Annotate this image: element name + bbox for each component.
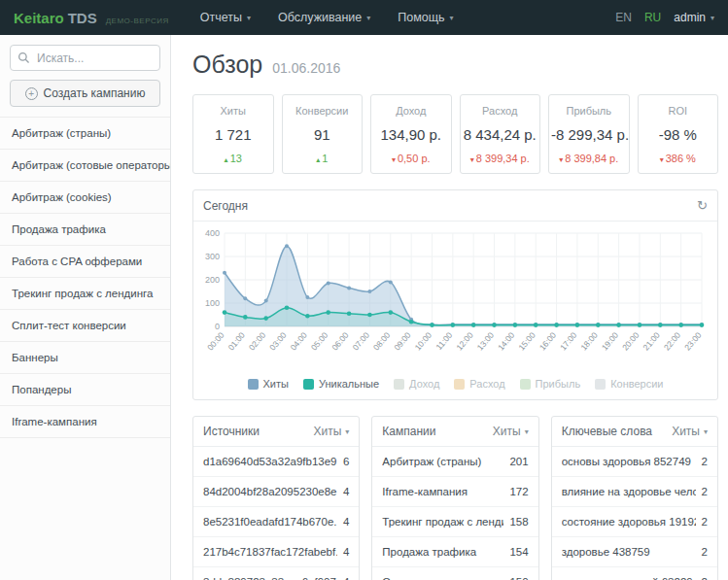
row-value: 4 [343,546,349,558]
stat-delta: ▾0,50 р. [373,153,449,164]
stat-card: Конверсии91▴1 [282,94,364,174]
table-row[interactable]: здоровье с еленой 63229...2 [552,567,717,580]
sidebar-item[interactable]: Арбитраж (страны) [0,117,170,149]
stat-label: Прибыль [551,105,627,117]
legend-item[interactable]: Конверсии [595,378,663,390]
svg-text:08:00: 08:00 [371,330,393,353]
nav-menu-item[interactable]: Обслуживание▾ [278,11,370,24]
stats-row: Хиты1 721▴13Конверсии91▴1Доход134,90 р.▾… [192,94,718,174]
legend-swatch [454,379,465,390]
row-name: 84d2004bf28a2095230e8e... [203,486,337,497]
sidebar-item[interactable]: Трекинг продаж с лендинга [0,277,170,309]
chart-legend: ХитыУникальныеДоходРасходПрибыльКонверси… [193,376,717,399]
user-menu[interactable]: admin ▾ [674,11,714,24]
navbar-right: EN RU admin ▾ [615,11,714,24]
stat-label: Конверсии [285,105,361,117]
arrow-down-icon: ▾ [470,155,474,164]
legend-label: Уникальные [319,378,379,390]
sidebar-item[interactable]: Арбитраж (сотовые операторы) [0,149,170,181]
chart-panel-header: Сегодня ↻ [193,190,717,222]
table-row[interactable]: Продажа трафика154 [372,537,537,567]
row-value: 4 [343,516,349,528]
svg-text:15:00: 15:00 [516,330,537,353]
legend-swatch [520,379,531,390]
svg-text:20:00: 20:00 [620,330,641,353]
legend-item[interactable]: Хиты [248,378,289,390]
summary-panel: Ключевые словаХиты▾основы здоровья 85274… [551,416,718,580]
summary-panel-header: КампанииХиты▾ [372,417,537,447]
summary-panel: ИсточникиХиты▾d1a69640d53a32a9fb13e9...6… [192,416,360,580]
nav-menu-item[interactable]: Отчеты▾ [200,11,251,24]
table-row[interactable]: Трекинг продаж с лендинга158 [372,507,537,537]
metric-select-value: Хиты [493,425,521,438]
legend-item[interactable]: Прибыль [520,378,581,390]
svg-text:13:00: 13:00 [475,330,497,353]
navbar-menus: Отчеты▾Обслуживание▾Помощь▾ [200,11,454,24]
stat-delta: ▾8 399,34 р. [463,153,538,164]
stat-value: -8 299,34 р. [551,126,627,143]
svg-text:400: 400 [205,228,220,238]
sidebar-item[interactable]: Попандеры [0,373,170,405]
stat-delta: ▴13 [195,153,271,164]
brand-logo[interactable]: Keitaro TDS ДЕМО-ВЕРСИЯ [14,10,169,26]
sidebar-item[interactable]: Баннеры [0,341,170,373]
metric-select[interactable]: Хиты▾ [313,425,349,438]
table-row[interactable]: 3dde889723e33ace6af907...4 [193,567,359,580]
page-head: Обзор 01.06.2016 [192,51,718,79]
refresh-icon[interactable]: ↻ [697,198,708,213]
user-name: admin [674,11,706,24]
row-value: 158 [509,516,528,528]
table-row[interactable]: основы здоровья 8527492 [552,447,717,477]
table-row[interactable]: 217b4c71837fac172fabebf...4 [193,537,359,567]
table-row[interactable]: d1a69640d53a32a9fb13e9...6 [193,447,359,477]
table-row[interactable]: Iframe-кампания172 [372,477,537,507]
sidebar-item[interactable]: Работа с CPA офферами [0,245,170,277]
search-input[interactable] [10,45,160,71]
row-name: влияние на здоровье чело... [562,486,696,497]
table-row[interactable]: Арбитраж (страны)201 [372,447,537,477]
svg-text:10:00: 10:00 [413,330,434,353]
svg-text:05:00: 05:00 [309,330,330,353]
metric-select[interactable]: Хиты▾ [493,425,529,438]
table-row[interactable]: Сплит-тест конверсии150 [372,567,537,580]
table-row[interactable]: состояние здоровья 1919222 [552,507,717,537]
search-box [10,45,160,71]
page-date: 01.06.2016 [272,60,340,76]
chevron-down-icon: ▾ [345,427,349,436]
lang-en-toggle[interactable]: EN [615,11,632,24]
svg-text:06:00: 06:00 [329,330,351,353]
svg-text:19:00: 19:00 [600,330,621,353]
traffic-chart: 010020030040000:0001:0002:0003:0004:0005… [193,222,717,376]
legend-item[interactable]: Доход [394,378,439,390]
legend-swatch [595,379,606,390]
table-row[interactable]: влияние на здоровье чело...2 [552,477,717,507]
sidebar-item[interactable]: Сплит-тест конверсии [0,309,170,341]
svg-text:14:00: 14:00 [496,330,517,353]
nav-menu-item[interactable]: Помощь▾ [398,11,453,24]
sidebar-item[interactable]: Продажа трафика [0,213,170,245]
chevron-down-icon: ▾ [704,427,708,436]
svg-text:200: 200 [205,275,220,285]
summary-panel-header: Ключевые словаХиты▾ [552,417,717,447]
row-name: Трекинг продаж с лендинга [382,516,503,528]
summary-panel-title: Кампании [382,425,435,438]
stat-label: Расход [463,105,538,117]
sidebar-item[interactable]: Iframe-кампания [0,405,170,438]
summary-panel-title: Источники [203,425,260,438]
table-row[interactable]: 8e5231f0eadafd174b670e...4 [193,507,359,537]
stat-card: ROI-98 %▾386 % [638,94,719,174]
row-name: здоровье с еленой 63229... [562,576,696,580]
row-name: здоровье 438759 [562,546,696,558]
sidebar-item[interactable]: Арбитраж (cookies) [0,181,170,213]
legend-item[interactable]: Расход [454,378,504,390]
metric-select[interactable]: Хиты▾ [672,425,708,438]
legend-item[interactable]: Уникальные [303,378,379,390]
table-row[interactable]: 84d2004bf28a2095230e8e...4 [193,477,359,507]
lang-ru-toggle[interactable]: RU [644,11,661,24]
svg-text:07:00: 07:00 [351,330,372,353]
svg-text:12:00: 12:00 [454,330,475,353]
table-row[interactable]: здоровье 4387592 [552,537,717,567]
summary-panel: КампанииХиты▾Арбитраж (страны)201Iframe-… [371,416,538,580]
plus-circle-icon: + [25,87,38,100]
create-campaign-button[interactable]: + Создать кампанию [10,80,160,107]
